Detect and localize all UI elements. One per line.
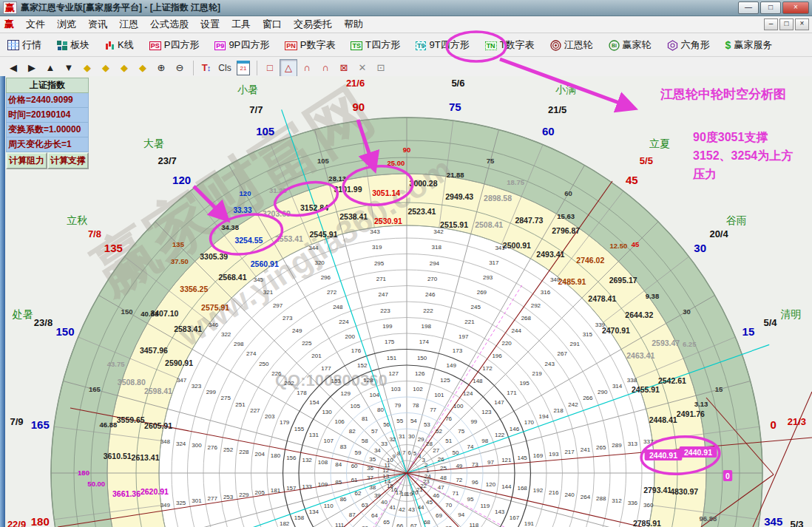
tool-rotate-left[interactable]: ◀	[4, 59, 22, 77]
svg-text:173: 173	[453, 347, 463, 354]
tool-shift-up[interactable]: ◆	[115, 59, 133, 77]
tool-arc-tool-2[interactable]: ∩	[317, 59, 334, 77]
menu-item-news[interactable]: 资讯	[82, 16, 113, 33]
svg-text:204: 204	[255, 451, 265, 458]
menu-item-window[interactable]: 窗口	[257, 16, 288, 33]
svg-text:150: 150	[121, 307, 133, 316]
maximize-button[interactable]: □	[760, 1, 781, 14]
panel-row-weekday-step: 周天变化步长=1	[6, 137, 89, 152]
mdi-minimize-button[interactable]: –	[764, 18, 778, 30]
tool-screen-tool[interactable]: ⊡	[372, 59, 390, 77]
menu-item-settings[interactable]: 设置	[194, 16, 226, 33]
tool-zoom-in[interactable]: ⊕	[152, 59, 170, 77]
toolbar-button-p-square[interactable]: PSP四方形	[146, 36, 203, 54]
toolbar-button-hexagon[interactable]: 六角形	[664, 36, 713, 54]
tool-cls-clear[interactable]: Cls	[216, 59, 234, 77]
minimize-button[interactable]: —	[738, 1, 759, 14]
svg-text:7: 7	[402, 449, 406, 456]
toolbar-button-t-square[interactable]: TST四方形	[348, 36, 402, 54]
svg-text:150: 150	[417, 355, 427, 361]
svg-text:45: 45	[426, 499, 433, 506]
svg-text:2644.32: 2644.32	[625, 310, 653, 319]
toolbar-button-9t-square[interactable]: T99T四方形	[413, 36, 473, 54]
tool-rotate-right[interactable]: ▶	[23, 59, 41, 77]
toolbar-button-quotes[interactable]: 行情	[4, 36, 44, 54]
svg-text:46.88: 46.88	[99, 421, 117, 429]
svg-text:2949.43: 2949.43	[445, 192, 473, 201]
ts-icon: TS	[351, 39, 362, 50]
svg-text:346: 346	[209, 322, 219, 328]
toolbar-label: 板块	[70, 38, 89, 52]
svg-text:319: 319	[372, 244, 382, 251]
calc-resistance-button[interactable]: 计算阻力	[6, 152, 47, 169]
tool-crossbox-tool[interactable]: ⊠	[335, 59, 353, 77]
svg-text:180: 180	[31, 515, 50, 527]
tool-square-tool[interactable]: □	[261, 59, 279, 77]
tool-arc-tool[interactable]: ∩	[298, 59, 316, 77]
tool-time-axis[interactable]: T↕	[197, 59, 215, 77]
app-logo-icon: 赢	[3, 1, 17, 14]
mdi-close-button[interactable]: ×	[795, 18, 809, 30]
svg-text:26: 26	[438, 456, 444, 463]
tool-zoom-out[interactable]: ⊖	[171, 59, 189, 77]
toolbar-button-t-number-table[interactable]: TNT数字表	[482, 36, 538, 54]
calc-support-button[interactable]: 计算支撑	[47, 152, 89, 169]
toolbar-button-winner-service[interactable]: $赢家服务	[723, 36, 776, 54]
svg-text:56: 56	[383, 421, 390, 428]
svg-text:243: 243	[545, 361, 555, 367]
menu-item-browse[interactable]: 浏览	[51, 16, 82, 33]
svg-text:2553.41: 2553.41	[275, 234, 303, 243]
tool-shift-left[interactable]: ◆	[78, 59, 96, 77]
toolbar-button-kline[interactable]: K线	[102, 36, 137, 54]
menu-item-trade-entrust[interactable]: 交易委托	[288, 16, 338, 33]
svg-text:67: 67	[410, 523, 417, 527]
svg-text:106: 106	[334, 418, 345, 425]
toolbar-button-p-number-table[interactable]: PNP数字表	[282, 36, 338, 54]
toolbar-button-9p-square[interactable]: P99P四方形	[212, 36, 272, 54]
svg-text:170: 170	[524, 419, 535, 426]
tool-scatter-tool[interactable]: ✕	[353, 59, 371, 77]
menu-item-help[interactable]: 帮助	[338, 16, 369, 33]
toolbar-button-gann-wheel[interactable]: 江恩轮	[547, 36, 596, 54]
svg-text:33: 33	[381, 441, 388, 447]
svg-text:2538.41: 2538.41	[339, 212, 368, 221]
svg-text:101: 101	[434, 392, 444, 398]
menu-item-formula-stock-pick[interactable]: 公式选股	[144, 16, 194, 33]
mdi-restore-button[interactable]: □	[779, 18, 794, 30]
svg-text:2500.91: 2500.91	[503, 241, 531, 250]
svg-text:253: 253	[223, 494, 234, 500]
toolbar-button-winner-wheel[interactable]: Bi赢家轮	[606, 36, 654, 54]
close-button[interactable]: ×	[782, 1, 809, 14]
tool-shift-right[interactable]: ◆	[97, 59, 115, 77]
tool-tilt-up[interactable]: ▲	[41, 59, 59, 77]
tool-tilt-down[interactable]: ▼	[60, 59, 78, 77]
menu-item-file[interactable]: 文件	[20, 16, 51, 33]
svg-text:134: 134	[309, 509, 319, 515]
menu-item-gann[interactable]: 江恩	[113, 16, 144, 33]
svg-text:6.25: 6.25	[683, 340, 697, 348]
svg-text:64: 64	[371, 512, 378, 519]
tool-calendar[interactable]: 21	[234, 59, 252, 77]
svg-text:321: 321	[263, 289, 274, 296]
svg-text:148: 148	[473, 378, 483, 384]
toolbar-label: P数字表	[300, 38, 336, 52]
svg-text:45: 45	[626, 174, 638, 186]
svg-text:15: 15	[742, 325, 755, 338]
toolbar-button-sectors[interactable]: 板块	[54, 36, 92, 54]
svg-text:3457.96: 3457.96	[140, 346, 168, 355]
svg-text:18.75: 18.75	[507, 178, 524, 186]
svg-text:179: 179	[280, 419, 290, 426]
svg-text:47: 47	[438, 484, 444, 491]
tool-triangle-tool[interactable]: △	[280, 59, 297, 77]
svg-text:23/7: 23/7	[158, 155, 176, 166]
menu-item-tools[interactable]: 工具	[226, 16, 257, 33]
svg-text:2593.47: 2593.47	[652, 339, 680, 347]
tool-shift-down[interactable]: ◆	[134, 59, 152, 77]
svg-text:191: 191	[524, 520, 535, 527]
svg-text:318: 318	[432, 244, 442, 251]
svg-text:66: 66	[396, 523, 403, 527]
svg-text:111: 111	[335, 522, 345, 527]
svg-text:104: 104	[370, 392, 380, 398]
svg-text:218: 218	[553, 407, 564, 414]
svg-text:83: 83	[340, 443, 347, 450]
